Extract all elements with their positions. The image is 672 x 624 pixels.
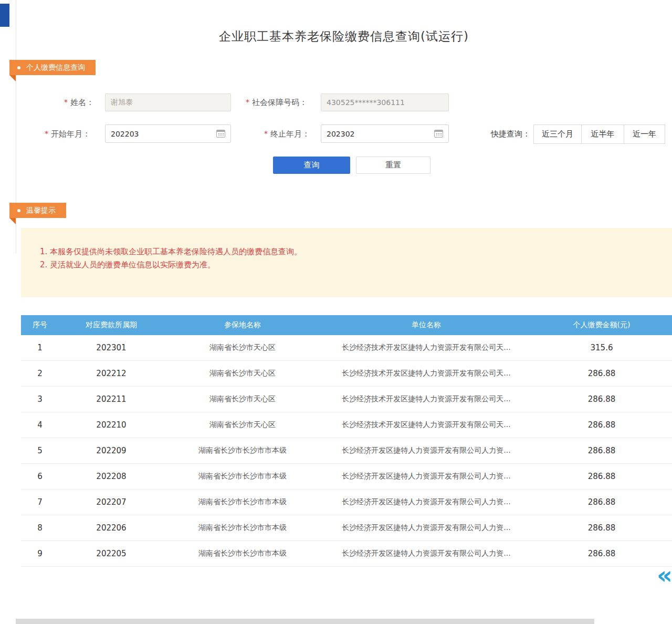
sidebar-collapsed-tab[interactable] — [0, 4, 9, 27]
cell-amount: 286.88 — [531, 523, 672, 533]
cell-amount: 286.88 — [531, 472, 672, 481]
header-region: 参保地名称 — [164, 320, 321, 330]
table-row[interactable]: 2 202212 湖南省长沙市天心区 长沙经济技术开发区捷特人力资源开发有限公司… — [21, 361, 672, 387]
required-asterisk: * — [64, 98, 68, 106]
end-month-label: * 终止年月： — [264, 125, 310, 143]
section-badge-label: 温馨提示 — [26, 206, 56, 215]
cell-period: 202212 — [59, 369, 164, 378]
cell-index: 6 — [21, 472, 59, 481]
header-index: 序号 — [21, 320, 59, 330]
cell-amount: 286.88 — [531, 420, 672, 430]
name-input[interactable] — [105, 93, 231, 111]
cell-region: 湖南省长沙市天心区 — [164, 394, 321, 404]
cell-region: 湖南省长沙市天心区 — [164, 369, 321, 378]
start-month-value: 202203 — [111, 130, 139, 138]
section-badge-label: 个人缴费信息查询 — [26, 63, 85, 72]
header-period: 对应费款所属期 — [59, 320, 164, 330]
collapse-chevron-icon[interactable]: « — [657, 563, 672, 587]
cell-period: 202207 — [59, 497, 164, 507]
ribbon-fold-icon — [9, 218, 16, 224]
quick-query-label: 快捷查询： — [491, 125, 530, 143]
cell-company: 长沙经济开发区捷特人力资源开发有限公司人力资... — [321, 523, 531, 533]
tips-notice-box: 1. 本服务仅提供尚未领取企业职工基本养老保险待遇人员的缴费信息查询。 2. 灵… — [21, 228, 672, 297]
quick-last-year-button[interactable]: 近一年 — [624, 124, 665, 144]
cell-period: 202211 — [59, 394, 164, 404]
required-asterisk: * — [246, 98, 249, 106]
end-month-input[interactable]: 202302 — [321, 124, 449, 143]
cell-region: 湖南省长沙市长沙市市本级 — [164, 549, 321, 558]
cell-period: 202301 — [59, 343, 164, 352]
cell-amount: 286.88 — [531, 394, 672, 404]
cell-period: 202209 — [59, 446, 164, 455]
tips-line: 2. 灵活就业人员的缴费单位信息以实际缴费为准。 — [40, 258, 662, 272]
cell-amount: 286.88 — [531, 549, 672, 558]
table-row[interactable]: 8 202206 湖南省长沙市长沙市市本级 长沙经济开发区捷特人力资源开发有限公… — [21, 515, 672, 541]
cell-period: 202205 — [59, 549, 164, 558]
table-row[interactable]: 4 202210 湖南省长沙市天心区 长沙经济技术开发区捷特人力资源开发有限公司… — [21, 412, 672, 438]
bullet-icon — [17, 66, 20, 69]
cell-index: 7 — [21, 497, 59, 507]
cell-index: 4 — [21, 420, 59, 430]
bottom-scroll-strip — [16, 619, 594, 624]
cell-region: 湖南省长沙市天心区 — [164, 420, 321, 430]
cell-company: 长沙经济技术开发区捷特人力资源开发有限公司天... — [321, 343, 531, 352]
start-month-input[interactable]: 202203 — [105, 124, 231, 143]
cell-period: 202210 — [59, 420, 164, 430]
name-label: * 姓名： — [64, 93, 94, 112]
quick-last-half-year-button[interactable]: 近半年 — [581, 124, 624, 144]
quick-last-3-months-button[interactable]: 近三个月 — [533, 124, 582, 144]
cell-region: 湖南省长沙市长沙市市本级 — [164, 497, 321, 507]
reset-button[interactable]: 重置 — [356, 157, 430, 174]
cell-region: 湖南省长沙市长沙市市本级 — [164, 472, 321, 481]
table-row[interactable]: 1 202301 湖南省长沙市天心区 长沙经济技术开发区捷特人力资源开发有限公司… — [21, 335, 672, 361]
cell-company: 长沙经济技术开发区捷特人力资源开发有限公司天... — [321, 394, 531, 404]
cell-region: 湖南省长沙市长沙市市本级 — [164, 446, 321, 455]
ssn-label: * 社会保障号码： — [246, 93, 307, 112]
cell-index: 8 — [21, 523, 59, 533]
required-asterisk: * — [264, 129, 268, 138]
ribbon-fold-icon — [9, 75, 16, 81]
cell-index: 1 — [21, 343, 59, 352]
cell-amount: 315.6 — [531, 343, 672, 352]
page-title: 企业职工基本养老保险缴费信息查询(试运行) — [16, 28, 672, 45]
ssn-input[interactable] — [321, 93, 449, 111]
cell-region: 湖南省长沙市长沙市市本级 — [164, 523, 321, 533]
cell-company: 长沙经济开发区捷特人力资源开发有限公司人力资... — [321, 549, 531, 558]
cell-amount: 286.88 — [531, 369, 672, 378]
header-company: 单位名称 — [321, 320, 531, 330]
cell-index: 9 — [21, 549, 59, 558]
table-row[interactable]: 9 202205 湖南省长沙市长沙市市本级 长沙经济开发区捷特人力资源开发有限公… — [21, 541, 672, 567]
cell-amount: 286.88 — [531, 497, 672, 507]
cell-index: 3 — [21, 394, 59, 404]
cell-period: 202208 — [59, 472, 164, 481]
table-row[interactable]: 5 202209 湖南省长沙市长沙市市本级 长沙经济开发区捷特人力资源开发有限公… — [21, 438, 672, 464]
cell-company: 长沙经济技术开发区捷特人力资源开发有限公司天... — [321, 420, 531, 430]
query-button[interactable]: 查询 — [273, 157, 350, 174]
results-table: 序号 对应费款所属期 参保地名称 单位名称 个人缴费金额(元) 1 202301… — [21, 315, 672, 567]
table-header-row: 序号 对应费款所属期 参保地名称 单位名称 个人缴费金额(元) — [21, 315, 672, 335]
required-asterisk: * — [45, 129, 48, 138]
quick-query-group: 近三个月 近半年 近一年 — [533, 124, 665, 144]
table-row[interactable]: 7 202207 湖南省长沙市长沙市市本级 长沙经济开发区捷特人力资源开发有限公… — [21, 490, 672, 515]
cell-company: 长沙经济开发区捷特人力资源开发有限公司人力资... — [321, 497, 531, 507]
bullet-icon — [17, 209, 20, 212]
cell-index: 5 — [21, 446, 59, 455]
cell-company: 长沙经济技术开发区捷特人力资源开发有限公司天... — [321, 369, 531, 378]
cell-company: 长沙经济开发区捷特人力资源开发有限公司人力资... — [321, 472, 531, 481]
cell-index: 2 — [21, 369, 59, 378]
section-badge-tips: 温馨提示 — [9, 203, 66, 218]
calendar-icon[interactable] — [434, 130, 443, 138]
cell-region: 湖南省长沙市天心区 — [164, 343, 321, 352]
section-badge-personal-query: 个人缴费信息查询 — [9, 60, 96, 75]
table-row[interactable]: 3 202211 湖南省长沙市天心区 长沙经济技术开发区捷特人力资源开发有限公司… — [21, 387, 672, 412]
calendar-icon[interactable] — [216, 130, 225, 138]
cell-period: 202206 — [59, 523, 164, 533]
end-month-value: 202302 — [327, 130, 354, 138]
header-amount: 个人缴费金额(元) — [531, 320, 672, 330]
cell-company: 长沙经济开发区捷特人力资源开发有限公司人力资... — [321, 446, 531, 455]
cell-amount: 286.88 — [531, 446, 672, 455]
tips-line: 1. 本服务仅提供尚未领取企业职工基本养老保险待遇人员的缴费信息查询。 — [40, 245, 662, 258]
table-row[interactable]: 6 202208 湖南省长沙市长沙市市本级 长沙经济开发区捷特人力资源开发有限公… — [21, 464, 672, 490]
start-month-label: * 开始年月： — [45, 125, 90, 143]
